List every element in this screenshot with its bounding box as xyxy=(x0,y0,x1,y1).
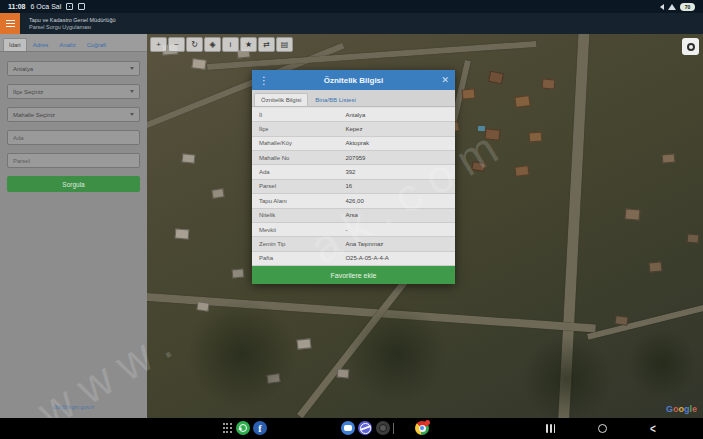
hamburger-menu-button[interactable] xyxy=(0,13,20,34)
map-toolbar: +−↻◈i★⇄▤ xyxy=(150,37,293,52)
modal-tab-bina-bb-listesi[interactable]: Bina/BB Listesi xyxy=(309,94,361,106)
camera-icon[interactable] xyxy=(376,421,390,435)
capture-icon xyxy=(78,3,85,10)
screenshot-icon xyxy=(66,3,73,10)
home-button[interactable] xyxy=(598,418,607,439)
zoom-in-icon[interactable]: + xyxy=(150,37,167,52)
app-title-line1: Tapu ve Kadastro Genel Müdürlüğü xyxy=(29,17,116,23)
map-building xyxy=(462,88,476,99)
table-row: PaftaO25-A-05-A-4-A xyxy=(252,252,455,266)
table-row: Tapu Alanı426,00 xyxy=(252,194,455,208)
screen: 11:08 6 Oca Sal 70 Tapu ve Kadastro Gene… xyxy=(0,0,703,439)
gear-icon xyxy=(687,43,695,51)
row-label: Tapu Alanı xyxy=(252,198,345,204)
zoom-out-icon[interactable]: − xyxy=(168,37,185,52)
map-building xyxy=(471,161,485,172)
map-building xyxy=(662,153,676,163)
kebab-menu-icon[interactable]: ⋮ xyxy=(259,70,269,90)
star-icon[interactable]: ★ xyxy=(240,37,257,52)
table-row: İlAntalya xyxy=(252,108,455,122)
map-building xyxy=(182,153,196,163)
sidebar-tab-co-rafi[interactable]: Coğrafi xyxy=(82,39,111,51)
contact-email-link[interactable]: cbs@tkgm.gov.tr xyxy=(53,404,94,410)
taskbar-apps: f6◆ xyxy=(222,421,429,435)
row-label: Nitelik xyxy=(252,212,345,218)
recents-button[interactable] xyxy=(546,418,555,439)
info-icon[interactable]: i xyxy=(222,37,239,52)
chevron-down-icon xyxy=(130,67,134,70)
wifi-icon xyxy=(668,4,676,10)
modal-tab-znitelik-bilgisi[interactable]: Öznitelik Bilgisi xyxy=(254,93,308,106)
status-bar: 11:08 6 Oca Sal 70 xyxy=(0,0,703,13)
clock: 11:08 xyxy=(8,3,26,10)
sidebar: İdariAdresAnalizCoğrafi Antalya İlçe Seç… xyxy=(0,34,147,418)
taskbar: f6◆ < xyxy=(0,418,703,439)
app-darkred-icon[interactable] xyxy=(271,421,285,435)
sidebar-tab-i-dari[interactable]: İdari xyxy=(3,38,27,51)
map-pool xyxy=(478,126,485,131)
query-form: Antalya İlçe Seçiniz Mahalle Seçiniz Sor… xyxy=(0,52,147,192)
refresh-icon[interactable]: ↻ xyxy=(186,37,203,52)
neighborhood-select-value: Mahalle Seçiniz xyxy=(13,112,55,118)
app-orange-icon[interactable]: ◆ xyxy=(398,421,412,435)
map-building xyxy=(514,95,530,108)
row-value: Ana Taşınmaz xyxy=(345,241,455,247)
map-building xyxy=(687,233,700,243)
ada-input[interactable] xyxy=(7,130,140,145)
attribute-info-modal: ⋮ Öznitelik Bilgisi ✕ Öznitelik BilgisiB… xyxy=(252,70,455,284)
modal-header: ⋮ Öznitelik Bilgisi ✕ xyxy=(252,70,455,90)
parsel-input[interactable] xyxy=(7,153,140,168)
table-row: Parsel16 xyxy=(252,180,455,194)
row-value: Aktoprak xyxy=(345,140,455,146)
row-label: Zemin Tip xyxy=(252,241,345,247)
row-value: Kepez xyxy=(345,126,455,132)
add-to-favorites-button[interactable]: Favorilere ekle xyxy=(252,266,455,284)
province-select-value: Antalya xyxy=(13,66,33,72)
app-amber-icon[interactable] xyxy=(306,421,320,435)
sidebar-tab-analiz[interactable]: Analiz xyxy=(54,39,80,51)
messages-icon[interactable] xyxy=(341,421,355,435)
row-value: 207959 xyxy=(345,155,455,161)
province-select[interactable]: Antalya xyxy=(7,61,140,76)
map-building xyxy=(542,78,556,89)
map-building xyxy=(191,58,206,70)
map-vegetation xyxy=(627,329,697,399)
app-red-icon[interactable] xyxy=(288,421,302,435)
measure-icon[interactable]: ⇄ xyxy=(258,37,275,52)
row-label: Parsel xyxy=(252,183,345,189)
map-building xyxy=(297,338,312,349)
internet-icon[interactable] xyxy=(358,421,372,435)
row-label: Mevkii xyxy=(252,227,345,233)
app-title-line2: Parsel Sorgu Uygulaması xyxy=(29,24,116,30)
status-date: 6 Oca Sal xyxy=(31,3,62,10)
row-value: 16 xyxy=(345,183,455,189)
district-select[interactable]: İlçe Seçiniz xyxy=(7,84,140,99)
map-vegetation xyxy=(187,299,297,409)
row-value: 392 xyxy=(345,169,455,175)
apps-grid-icon[interactable] xyxy=(222,423,232,433)
attribute-table: İlAntalyaİlçeKepezMahalle/KöyAktoprakMah… xyxy=(252,108,455,266)
print-icon[interactable]: ▤ xyxy=(276,37,293,52)
back-button[interactable]: < xyxy=(650,415,656,439)
table-row: İlçeKepez xyxy=(252,122,455,136)
app-six-icon[interactable]: 6 xyxy=(323,421,337,435)
sidebar-tabs: İdariAdresAnalizCoğrafi xyxy=(0,34,147,52)
row-label: İl xyxy=(252,112,345,118)
settings-button[interactable] xyxy=(682,38,699,55)
map-vegetation xyxy=(522,334,612,418)
chrome-icon[interactable] xyxy=(415,421,429,435)
row-value: - xyxy=(345,227,455,233)
map-building xyxy=(529,132,543,143)
neighborhood-select[interactable]: Mahalle Seçiniz xyxy=(7,107,140,122)
row-value: O25-A-05-A-4-A xyxy=(345,255,455,261)
sidebar-tab-adres[interactable]: Adres xyxy=(28,39,54,51)
map-building xyxy=(232,268,245,278)
whatsapp-icon[interactable] xyxy=(236,421,250,435)
row-label: Mahalle/Köy xyxy=(252,140,345,146)
sidebar-footer: cbs@tkgm.gov.tr xyxy=(0,395,147,413)
close-icon[interactable]: ✕ xyxy=(441,70,449,90)
query-button[interactable]: Sorgula xyxy=(7,176,140,192)
extent-icon[interactable]: ◈ xyxy=(204,37,221,52)
facebook-icon[interactable]: f xyxy=(253,421,267,435)
map-building xyxy=(337,368,350,378)
